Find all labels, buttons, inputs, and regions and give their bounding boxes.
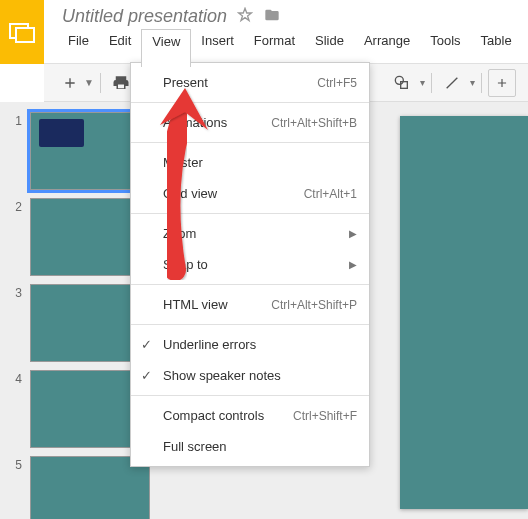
menu-shortcut: Ctrl+Shift+F xyxy=(293,409,357,423)
menu-item-compact-controls[interactable]: Compact controlsCtrl+Shift+F xyxy=(131,400,369,431)
menu-separator xyxy=(131,324,369,325)
menu-item-present[interactable]: PresentCtrl+F5 xyxy=(131,67,369,98)
menu-item-label: Show speaker notes xyxy=(163,368,281,383)
menu-item-html-view[interactable]: HTML viewCtrl+Alt+Shift+P xyxy=(131,289,369,320)
canvas-slide[interactable] xyxy=(400,116,528,509)
brand-bar xyxy=(0,0,44,64)
star-icon[interactable] xyxy=(237,7,253,27)
svg-rect-1 xyxy=(16,28,34,42)
shape-button[interactable] xyxy=(388,69,416,97)
menu-item-label: Snap to xyxy=(163,257,208,272)
svg-rect-3 xyxy=(401,81,408,88)
menu-item-label: Present xyxy=(163,75,208,90)
more-button[interactable] xyxy=(488,69,516,97)
check-icon: ✓ xyxy=(141,368,152,383)
slides-logo-icon xyxy=(8,20,36,44)
menu-item-label: Compact controls xyxy=(163,408,264,423)
menu-separator xyxy=(131,142,369,143)
separator xyxy=(431,73,432,93)
new-slide-button[interactable] xyxy=(56,69,84,97)
menu-item-master[interactable]: Master xyxy=(131,147,369,178)
submenu-arrow-icon: ▶ xyxy=(349,228,357,239)
menu-tools[interactable]: Tools xyxy=(420,29,470,67)
slide-number: 5 xyxy=(8,456,22,472)
menu-shortcut: Ctrl+Alt+Shift+B xyxy=(271,116,357,130)
menu-item-animations[interactable]: AnimationsCtrl+Alt+Shift+B xyxy=(131,107,369,138)
menu-table[interactable]: Table xyxy=(471,29,522,67)
slide-number: 1 xyxy=(8,112,22,128)
slide-number: 2 xyxy=(8,198,22,214)
document-title[interactable]: Untitled presentation xyxy=(62,6,227,27)
dropdown-caret-icon[interactable]: ▾ xyxy=(420,77,425,88)
menu-shortcut: Ctrl+F5 xyxy=(317,76,357,90)
menu-item-label: Zoom xyxy=(163,226,196,241)
menu-shortcut: Ctrl+Alt+1 xyxy=(304,187,357,201)
menu-item-show-speaker-notes[interactable]: ✓Show speaker notes xyxy=(131,360,369,391)
slide-number: 4 xyxy=(8,370,22,386)
menu-file[interactable]: File xyxy=(58,29,99,67)
slide-number: 3 xyxy=(8,284,22,300)
menu-item-snap-to[interactable]: Snap to▶ xyxy=(131,249,369,280)
menu-add-on[interactable]: Add-on xyxy=(522,29,528,67)
dropdown-caret-icon[interactable]: ▾ xyxy=(470,77,475,88)
menu-separator xyxy=(131,102,369,103)
menu-separator xyxy=(131,213,369,214)
menu-item-zoom[interactable]: Zoom▶ xyxy=(131,218,369,249)
thumb-content xyxy=(39,119,84,147)
header: Untitled presentation FileEditViewInsert… xyxy=(44,0,528,64)
menu-item-full-screen[interactable]: Full screen xyxy=(131,431,369,462)
menu-shortcut: Ctrl+Alt+Shift+P xyxy=(271,298,357,312)
menu-item-grid-view[interactable]: Grid viewCtrl+Alt+1 xyxy=(131,178,369,209)
line-button[interactable] xyxy=(438,69,466,97)
menu-item-label: Underline errors xyxy=(163,337,256,352)
separator xyxy=(100,73,101,93)
menu-item-underline-errors[interactable]: ✓Underline errors xyxy=(131,329,369,360)
separator xyxy=(481,73,482,93)
menu-separator xyxy=(131,284,369,285)
view-dropdown: PresentCtrl+F5AnimationsCtrl+Alt+Shift+B… xyxy=(130,62,370,467)
dropdown-caret-icon[interactable]: ▼ xyxy=(84,77,94,88)
folder-icon[interactable] xyxy=(263,7,281,27)
menu-item-label: Grid view xyxy=(163,186,217,201)
check-icon: ✓ xyxy=(141,337,152,352)
title-row: Untitled presentation xyxy=(44,0,528,29)
menu-item-label: Animations xyxy=(163,115,227,130)
menu-item-label: HTML view xyxy=(163,297,228,312)
menu-view[interactable]: View xyxy=(141,29,191,67)
menu-item-label: Master xyxy=(163,155,203,170)
svg-line-4 xyxy=(447,77,458,88)
submenu-arrow-icon: ▶ xyxy=(349,259,357,270)
menu-item-label: Full screen xyxy=(163,439,227,454)
menu-separator xyxy=(131,395,369,396)
svg-point-2 xyxy=(395,76,403,84)
